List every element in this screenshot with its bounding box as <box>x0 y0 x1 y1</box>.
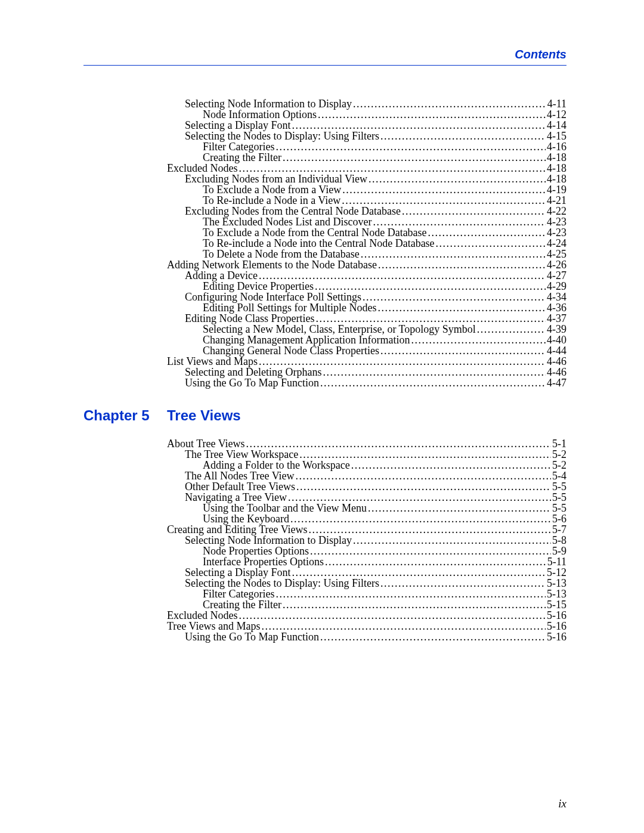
toc-entry-title: Editing Node Class Properties <box>185 313 314 324</box>
toc-entry-title: Editing Device Properties <box>203 281 314 292</box>
toc-entry-page: 5-2 <box>552 449 566 460</box>
toc-entry[interactable]: Editing Device Properties 4-29 <box>167 281 566 292</box>
toc-entry[interactable]: Selecting and Deleting Orphans 4-46 <box>167 367 566 377</box>
toc-entry[interactable]: Filter Categories 5-13 <box>167 589 566 599</box>
toc-entry-page: 4-40 <box>547 335 566 345</box>
toc-entry[interactable]: About Tree Views 5-1 <box>167 438 566 449</box>
toc-entry-title: To Re-include a Node in a View <box>203 195 340 206</box>
toc-entry[interactable]: Node Properties Options 5-9 <box>167 546 566 556</box>
toc-entry-page: 5-15 <box>547 599 566 610</box>
toc-entry-page: 4-12 <box>547 109 566 120</box>
toc-leader-dots <box>275 141 546 152</box>
toc-entry[interactable]: Adding a Device 4-27 <box>167 270 566 281</box>
toc-entry[interactable]: Node Information Options 4-12 <box>167 109 566 120</box>
toc-entry[interactable]: Selecting the Nodes to Display: Using Fi… <box>167 131 566 141</box>
toc-entry[interactable]: Changing Management Application Informat… <box>167 335 566 345</box>
toc-entry[interactable]: To Exclude a Node from the Central Node … <box>167 227 566 238</box>
toc-entry-page: 5-11 <box>547 556 566 567</box>
toc-entry[interactable]: Tree Views and Maps 5-16 <box>167 621 566 631</box>
toc-leader-dots <box>320 377 546 388</box>
page: Contents Selecting Node Information to D… <box>0 0 644 833</box>
toc-entry[interactable]: Changing General Node Class Properties 4… <box>167 345 566 356</box>
toc-leader-dots <box>296 481 551 492</box>
toc-leader-dots <box>369 174 546 184</box>
toc-entry[interactable]: To Re-include a Node into the Central No… <box>167 238 566 249</box>
toc-entry-page: 4-18 <box>547 174 566 184</box>
toc-entry[interactable]: Selecting a New Model, Class, Enterprise… <box>167 324 566 335</box>
toc-leader-dots <box>378 302 546 313</box>
toc-entry-page: 4-44 <box>547 345 566 356</box>
toc-entry[interactable]: The Excluded Nodes List and Discover 4-2… <box>167 216 566 227</box>
toc-entry-title: Excluded Nodes <box>167 610 237 621</box>
toc-entry[interactable]: Selecting a Display Font 4-14 <box>167 120 566 131</box>
toc-entry-page: 4-34 <box>547 292 566 302</box>
toc-entry[interactable]: Selecting Node Information to Display 4-… <box>167 98 566 109</box>
toc-entry-page: 4-46 <box>547 356 566 367</box>
toc-entry-page: 5-1 <box>552 438 566 449</box>
toc-leader-dots <box>363 292 546 302</box>
toc-entry-title: Using the Go To Map Function <box>185 631 319 642</box>
toc-leader-dots <box>315 313 546 324</box>
toc-entry[interactable]: The Tree View Workspace 5-2 <box>167 449 566 460</box>
toc-entry-title: Filter Categories <box>203 589 274 599</box>
toc-entry[interactable]: Creating the Filter 4-18 <box>167 152 566 163</box>
toc-leader-dots <box>261 621 546 631</box>
toc-entry[interactable]: List Views and Maps 4-46 <box>167 356 566 367</box>
toc-entry[interactable]: To Exclude a Node from a View 4-19 <box>167 184 566 195</box>
toc-entry[interactable]: Selecting Node Information to Display 5-… <box>167 535 566 546</box>
toc-leader-dots <box>318 109 546 120</box>
toc-entry[interactable]: Interface Properties Options 5-11 <box>167 556 566 567</box>
toc-entry[interactable]: Excluding Nodes from the Central Node Da… <box>167 206 566 216</box>
toc-entry-page: 4-14 <box>547 120 566 131</box>
toc-entry-title: Navigating a Tree View <box>185 492 287 503</box>
toc-entry-title: Editing Poll Settings for Multiple Nodes <box>203 302 377 313</box>
toc-leader-dots <box>380 131 546 141</box>
toc-entry-page: 4-29 <box>547 281 566 292</box>
toc-leader-dots <box>411 335 546 345</box>
toc-entry[interactable]: Using the Go To Map Function 5-16 <box>167 631 566 642</box>
toc-entry[interactable]: Using the Keyboard 5-6 <box>167 513 566 524</box>
toc-entry-title: Selecting the Nodes to Display: Using Fi… <box>185 131 379 141</box>
toc-leader-dots <box>275 589 546 599</box>
toc-entry-page: 5-16 <box>547 621 566 631</box>
toc-entry[interactable]: The All Nodes Tree View 5-4 <box>167 470 566 481</box>
toc-entry-page: 4-25 <box>547 249 566 259</box>
toc-entry[interactable]: Editing Node Class Properties 4-37 <box>167 313 566 324</box>
toc-entry-page: 5-5 <box>552 481 566 492</box>
toc-entry-page: 4-26 <box>547 259 566 270</box>
toc-entry-page: 5-16 <box>547 631 566 642</box>
toc-entry[interactable]: Navigating a Tree View 5-5 <box>167 492 566 503</box>
toc-entry-page: 4-22 <box>547 206 566 216</box>
toc-entry-page: 4-23 <box>547 216 566 227</box>
toc-entry[interactable]: Configuring Node Interface Poll Settings… <box>167 292 566 302</box>
toc-entry[interactable]: Using the Toolbar and the View Menu 5-5 <box>167 503 566 513</box>
toc-entry[interactable]: Selecting the Nodes to Display: Using Fi… <box>167 578 566 589</box>
toc-entry[interactable]: Excluded Nodes 4-18 <box>167 163 566 174</box>
toc-entry[interactable]: Excluded Nodes 5-16 <box>167 610 566 621</box>
toc-entry-page: 4-11 <box>547 98 566 109</box>
toc-entry[interactable]: To Delete a Node from the Database 4-25 <box>167 249 566 259</box>
toc-entry[interactable]: Adding Network Elements to the Node Data… <box>167 259 566 270</box>
toc-entry[interactable]: Selecting a Display Font 5-12 <box>167 567 566 578</box>
toc-entry[interactable]: Using the Go To Map Function 4-47 <box>167 377 566 388</box>
toc-entry-title: The All Nodes Tree View <box>185 470 295 481</box>
toc-entry-title: Adding a Folder to the Workspace <box>203 460 350 470</box>
toc-leader-dots <box>309 524 551 535</box>
toc-entry-page: 4-23 <box>547 227 566 238</box>
toc-entry[interactable]: Other Default Tree Views 5-5 <box>167 481 566 492</box>
toc-leader-dots <box>299 449 551 460</box>
toc-entry[interactable]: Filter Categories 4-16 <box>167 141 566 152</box>
toc-entry-title: Other Default Tree Views <box>185 481 295 492</box>
toc-leader-dots <box>380 578 546 589</box>
toc-entry[interactable]: Creating the Filter 5-15 <box>167 599 566 610</box>
toc-entry[interactable]: Creating and Editing Tree Views 5-7 <box>167 524 566 535</box>
toc-entry[interactable]: Excluding Nodes from an Individual View … <box>167 174 566 184</box>
toc-entry[interactable]: Editing Poll Settings for Multiple Nodes… <box>167 302 566 313</box>
toc-entry[interactable]: To Re-include a Node in a View 4-21 <box>167 195 566 206</box>
toc-entry-page: 5-5 <box>552 492 566 503</box>
toc-entry[interactable]: Adding a Folder to the Workspace 5-2 <box>167 460 566 470</box>
toc-entry-page: 5-6 <box>552 513 566 524</box>
chapter-title: Tree Views <box>167 407 566 424</box>
toc-entry-title: Adding a Device <box>185 270 258 281</box>
toc-leader-dots <box>290 513 551 524</box>
